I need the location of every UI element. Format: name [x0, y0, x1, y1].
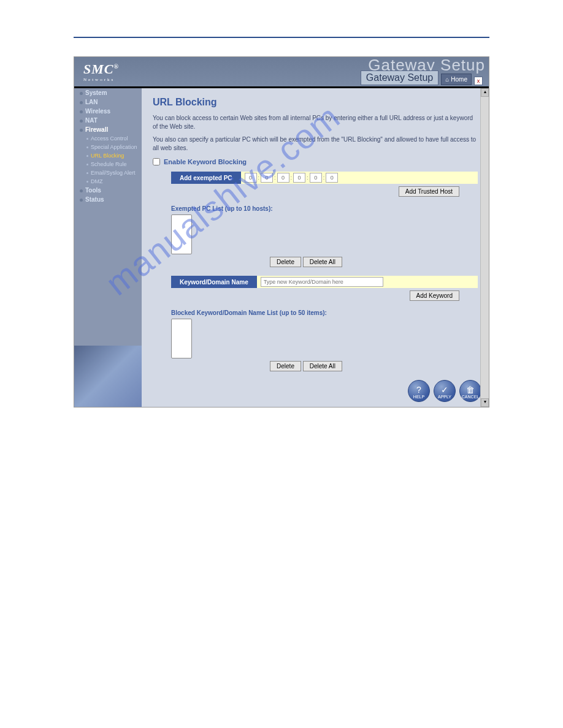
sidebar-item-lan[interactable]: LAN	[74, 97, 142, 107]
sidebar-item-firewall[interactable]: Firewall	[74, 125, 142, 134]
logout-button[interactable]: x	[474, 77, 483, 85]
sidebar-item-tools[interactable]: Tools	[74, 186, 142, 195]
add-keyword-button[interactable]: Add Keyword	[410, 290, 459, 301]
home-icon: ⌂	[445, 76, 449, 83]
sidebar: System LAN Wireless NAT Firewall Access …	[74, 88, 142, 407]
mac-5[interactable]	[310, 173, 322, 183]
keyword-input[interactable]	[261, 277, 383, 287]
scroll-up-icon[interactable]: ▴	[481, 88, 489, 97]
intro-text-1: You can block access to certain Web site…	[153, 114, 478, 131]
add-trusted-row: Add Trusted Host	[153, 186, 459, 197]
smc-logo: SMC® Networks	[74, 61, 119, 82]
main-content: URL Blocking You can block access to cer…	[142, 88, 489, 407]
keyword-bar: Keyword/Domain Name	[171, 276, 478, 288]
sidebar-item-wireless[interactable]: Wireless	[74, 107, 142, 116]
scroll-down-icon[interactable]: ▾	[481, 398, 489, 407]
router-header: SMC® Networks Gateway Setup Gateway Setu…	[74, 57, 489, 86]
sidebar-item-url-blocking[interactable]: URL Blocking	[74, 151, 142, 160]
apply-icon: ✓	[441, 385, 448, 394]
blocked-list-label: Blocked Keyword/Domain Name List (up to …	[171, 309, 478, 316]
sidebar-item-access-control[interactable]: Access Control	[74, 134, 142, 143]
add-keyword-row: Add Keyword	[153, 290, 459, 301]
delete-exempted-button[interactable]: Delete	[270, 257, 301, 267]
mac-4[interactable]	[293, 173, 305, 183]
exempted-actions: Delete Delete All	[153, 257, 459, 267]
home-label: Home	[451, 76, 467, 83]
logo-text: SMC	[83, 61, 113, 77]
add-exempted-label: Add exempted PC	[171, 172, 241, 184]
mac-3[interactable]	[277, 173, 289, 183]
page-title: URL Blocking	[153, 97, 478, 108]
sidebar-illustration	[74, 346, 142, 407]
mac-inputs: : : : : :	[241, 172, 478, 184]
sidebar-item-email-alert[interactable]: Email/Syslog Alert	[74, 169, 142, 177]
router-screenshot: SMC® Networks Gateway Setup Gateway Setu…	[74, 56, 489, 408]
header-right: Gateway Setup ⌂ Home x	[361, 70, 483, 85]
mac-6[interactable]	[326, 173, 338, 183]
sidebar-item-special-app[interactable]: Special Application	[74, 143, 142, 151]
round-button-row: ? HELP ✓ APPLY 🗑 CANCEL	[408, 380, 481, 402]
help-button[interactable]: ? HELP	[408, 380, 430, 402]
logo-sub: Networks	[83, 77, 119, 82]
enable-keyword-checkbox[interactable]	[153, 158, 160, 165]
enable-keyword-label: Enable Keyword Blocking	[164, 158, 247, 165]
mac-1[interactable]	[245, 173, 257, 183]
cancel-label: CANCEL	[462, 395, 479, 399]
intro-text-2: You also can specify a particular PC whi…	[153, 135, 478, 152]
logout-icon: x	[477, 78, 480, 84]
delete-blocked-button[interactable]: Delete	[270, 361, 301, 371]
blocked-listbox[interactable]	[171, 319, 192, 358]
delete-all-blocked-button[interactable]: Delete All	[303, 361, 342, 371]
apply-button[interactable]: ✓ APPLY	[434, 380, 456, 402]
add-exempted-bar: Add exempted PC : : : : :	[171, 172, 478, 184]
logo-reg: ®	[113, 63, 118, 70]
delete-all-exempted-button[interactable]: Delete All	[303, 257, 342, 267]
sidebar-item-schedule[interactable]: Schedule Rule	[74, 160, 142, 169]
sidebar-item-status[interactable]: Status	[74, 195, 142, 204]
help-icon: ?	[416, 385, 421, 394]
exempted-list-label: Exempted PC List (up to 10 hosts):	[171, 205, 478, 212]
gateway-title: Gateway Setup	[361, 70, 439, 85]
sidebar-item-dmz[interactable]: DMZ	[74, 177, 142, 186]
cancel-icon: 🗑	[466, 385, 475, 394]
enable-row: Enable Keyword Blocking	[153, 158, 478, 165]
router-body: System LAN Wireless NAT Firewall Access …	[74, 88, 489, 407]
exempted-listbox[interactable]	[171, 214, 192, 254]
keyword-label: Keyword/Domain Name	[171, 276, 257, 288]
sidebar-item-nat[interactable]: NAT	[74, 116, 142, 125]
cancel-button[interactable]: 🗑 CANCEL	[459, 380, 481, 402]
page-rule	[74, 37, 489, 38]
help-label: HELP	[413, 395, 424, 399]
scrollbar[interactable]: ▴ ▾	[480, 88, 489, 407]
mac-2[interactable]	[261, 173, 273, 183]
keyword-inputs	[257, 276, 478, 288]
home-button[interactable]: ⌂ Home	[441, 74, 472, 85]
apply-label: APPLY	[438, 395, 451, 399]
sidebar-item-system[interactable]: System	[74, 88, 142, 97]
blocked-actions: Delete Delete All	[153, 361, 459, 371]
add-trusted-button[interactable]: Add Trusted Host	[399, 186, 459, 197]
